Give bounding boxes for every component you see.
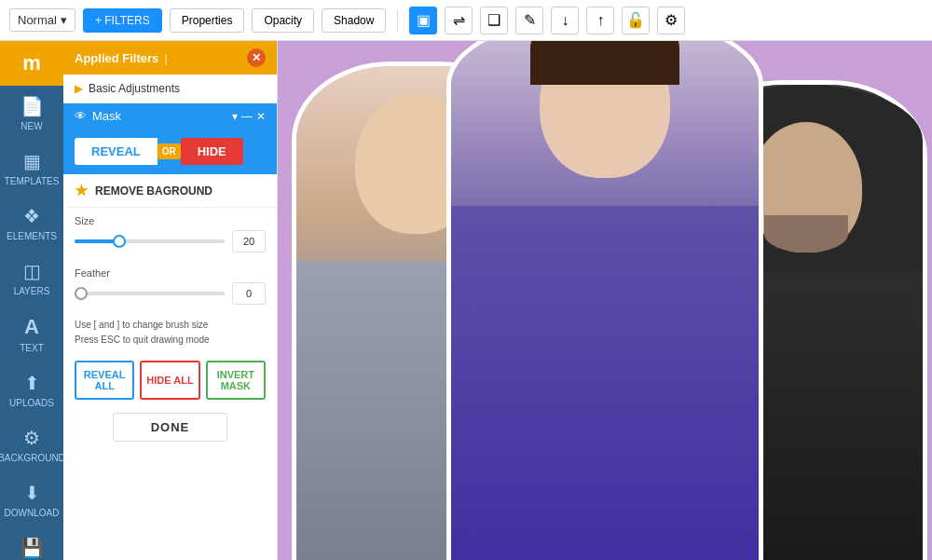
reveal-button[interactable]: REVEAL (75, 138, 158, 165)
sidebar-item-download[interactable]: ⬇ DOWNLOAD (0, 472, 63, 527)
panel-separator: | (164, 51, 168, 65)
mask-expand-btn[interactable]: — (241, 110, 253, 123)
panel-header: Applied Filters | ✕ (63, 41, 277, 75)
uploads-icon: ⬆ (24, 372, 40, 394)
tip1-text: Use [ and ] to change brush size (75, 318, 266, 333)
toolbar-separator (397, 9, 398, 32)
down-icon-btn[interactable]: ↓ (551, 7, 579, 34)
face-right (750, 122, 862, 253)
logo[interactable]: m (0, 41, 63, 86)
sidebar-label-download: DOWNLOAD (5, 508, 60, 518)
feather-slider-track[interactable] (75, 292, 225, 295)
size-label: Size (75, 215, 266, 226)
reveal-all-button[interactable]: REVEAL ALL (75, 361, 134, 400)
sidebar-label-text: TEXT (20, 343, 44, 353)
hair-center (530, 41, 679, 85)
settings-icon-btn[interactable]: ⚙ (657, 7, 685, 34)
mask-controls: ▾ — ✕ (232, 110, 266, 123)
sidebar-item-layers[interactable]: ◫ LAYERS (0, 251, 63, 306)
text-icon: A (24, 315, 39, 339)
size-slider-track[interactable] (75, 239, 225, 243)
panel-header-left: Applied Filters | (75, 51, 168, 65)
layer-icon-btn[interactable]: ❑ (480, 7, 508, 34)
elements-icon: ❖ (23, 205, 40, 227)
size-value: 20 (232, 230, 266, 253)
templates-icon: ▦ (23, 150, 41, 172)
sidebar-label-templates: TEMPLATES (5, 176, 60, 186)
feather-value: 0 (232, 282, 266, 305)
remove-bg-row[interactable]: ★ REMOVE BAGROUND (63, 174, 277, 208)
crop-icon-btn[interactable]: ▣ (409, 7, 437, 34)
sidebar-label-new: NEW (21, 121, 42, 131)
blend-mode-arrow: ▾ (61, 13, 67, 27)
mask-header: 👁 Mask ▾ — ✕ (63, 103, 277, 129)
invert-mask-button[interactable]: INVERT MASK (206, 361, 266, 400)
face-center (540, 41, 670, 178)
sidebar-item-templates[interactable]: ▦ TEMPLATES (0, 141, 63, 196)
size-slider-thumb[interactable] (113, 235, 126, 248)
opacity-button[interactable]: Opacity (252, 8, 314, 33)
left-sidebar: m 📄 NEW ▦ TEMPLATES ❖ ELEMENTS ◫ LAYERS … (0, 41, 63, 560)
remove-bg-label: REMOVE BAGROUND (95, 184, 212, 198)
feather-slider-row: 0 (75, 282, 266, 305)
or-badge: OR (158, 143, 181, 159)
sidebar-item-background[interactable]: ⚙ BACKGROUND (0, 417, 63, 472)
star-icon: ★ (75, 182, 88, 199)
panel-title: Applied Filters (75, 51, 158, 65)
feather-label: Feather (75, 267, 266, 279)
close-icon: ✕ (252, 51, 261, 64)
size-slider-section: Size 20 (63, 208, 277, 260)
dress-center (451, 206, 759, 560)
blend-mode-label: Normal (18, 13, 57, 27)
mask-dropdown-btn[interactable]: ▾ (232, 110, 238, 123)
sidebar-item-save[interactable]: 💾 SAVE (0, 527, 63, 560)
beard-right (764, 215, 848, 253)
toolbar: Normal ▾ + FILTERS Properties Opacity Sh… (0, 0, 932, 41)
layers-icon: ◫ (23, 260, 41, 282)
done-button[interactable]: DONE (113, 413, 228, 442)
action-buttons-row: REVEAL ALL HIDE ALL INVERT MASK (63, 353, 277, 407)
hide-button[interactable]: HIDE (181, 138, 243, 165)
background-icon: ⚙ (23, 427, 40, 449)
tips-section: Use [ and ] to change brush size Press E… (63, 312, 277, 353)
basic-adjustments-label: Basic Adjustments (89, 82, 180, 95)
done-row: DONE (63, 407, 277, 453)
lock-icon-btn[interactable]: 🔓 (622, 7, 650, 34)
sidebar-label-uploads: UPLOADS (9, 398, 54, 408)
canvas[interactable] (278, 41, 932, 560)
sidebar-item-new[interactable]: 📄 NEW (0, 86, 63, 141)
up-icon-btn[interactable]: ↑ (586, 7, 614, 34)
sidebar-item-elements[interactable]: ❖ ELEMENTS (0, 196, 63, 251)
sidebar-label-elements: ELEMENTS (7, 231, 57, 241)
filters-panel: Applied Filters | ✕ ▶ Basic Adjustments … (63, 41, 278, 560)
arrow-icon: ▶ (75, 82, 83, 95)
save-icon: 💾 (21, 537, 44, 559)
blend-mode-dropdown[interactable]: Normal ▾ (9, 8, 75, 32)
tip2-text: Press ESC to quit drawing mode (75, 333, 266, 348)
sidebar-item-text[interactable]: A TEXT (0, 306, 63, 362)
properties-button[interactable]: Properties (170, 8, 245, 33)
feather-slider-thumb[interactable] (75, 287, 88, 300)
flip-icon-btn[interactable]: ⇌ (445, 7, 473, 34)
main-content: m 📄 NEW ▦ TEMPLATES ❖ ELEMENTS ◫ LAYERS … (0, 41, 932, 560)
mask-close-btn[interactable]: ✕ (256, 110, 266, 123)
new-icon: 📄 (21, 95, 44, 117)
panel-close-button[interactable]: ✕ (247, 48, 266, 67)
shadow-button[interactable]: Shadow (322, 8, 386, 33)
person-center-figure (451, 41, 759, 560)
sidebar-label-layers: LAYERS (14, 286, 50, 296)
reveal-hide-row: REVEAL OR HIDE (63, 129, 277, 174)
mask-header-left: 👁 Mask (75, 109, 121, 123)
sidebar-item-uploads[interactable]: ⬆ UPLOADS (0, 362, 63, 417)
hide-all-button[interactable]: HIDE ALL (140, 361, 199, 400)
mask-label: Mask (92, 109, 121, 123)
download-icon: ⬇ (24, 482, 40, 504)
size-slider-row: 20 (75, 230, 266, 253)
edit-icon-btn[interactable]: ✎ (515, 7, 543, 34)
eye-icon: 👁 (75, 109, 87, 123)
logo-text: m (22, 51, 41, 75)
basic-adjustments-row[interactable]: ▶ Basic Adjustments (63, 75, 277, 103)
feather-slider-section: Feather 0 (63, 260, 277, 312)
filters-button[interactable]: + FILTERS (83, 8, 162, 33)
sidebar-label-background: BACKGROUND (0, 453, 65, 463)
